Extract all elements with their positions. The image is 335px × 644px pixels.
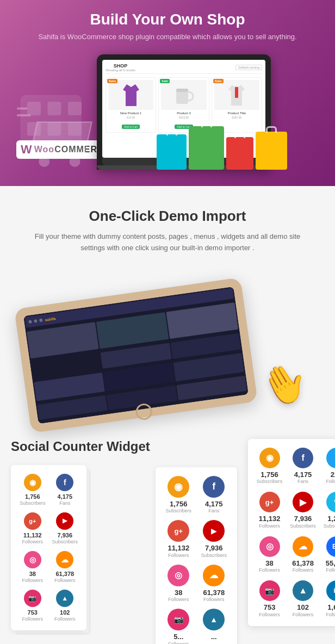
tablet-dot-1 <box>28 320 32 324</box>
ig-label-mid: Followers <box>168 641 189 644</box>
ig-count-sm: 753 <box>28 609 38 616</box>
ig-icon-lg: 📷 <box>259 580 280 601</box>
dr-icon-mid: ◎ <box>167 565 189 586</box>
social-item-ig-lg: 📷 753 Followers <box>257 580 283 617</box>
yt-icon-sm: ▶ <box>56 512 73 530</box>
bag-handle-3 <box>234 132 245 138</box>
ig-icon-mid: 📷 <box>167 609 189 630</box>
social-item-sc-mid: ☁ 61,378 Followers <box>200 565 228 603</box>
product-card-1: Sales New Product 1 €14.00 Add to Cart <box>106 77 156 133</box>
social-item-vi-lg: v 1,228 Subscribers <box>324 492 335 529</box>
social-item-sc-sm: ☁ 61,378 Followers <box>52 551 78 583</box>
wp-label-sm: Followers <box>54 616 76 622</box>
gp-count-lg: 11,132 <box>259 515 281 523</box>
yt-label-sm: Subscribers <box>52 539 78 544</box>
social-item-fb-mid: f 4,175 Fans <box>200 476 228 514</box>
ig-count-mid: 5... <box>173 633 183 641</box>
social-item-fb-sm: f 4,175 Fans <box>52 474 78 506</box>
gp-label-mid: Followers <box>168 553 189 558</box>
social-item-gp-mid: g+ 11,132 Followers <box>164 520 193 558</box>
tablet-dot-2 <box>34 319 38 323</box>
wp-count-lg: 102 <box>297 603 309 612</box>
fb-label-mid: Fans <box>208 508 219 513</box>
ig-label-sm: Followers <box>22 616 44 622</box>
svg-rect-3 <box>68 102 82 115</box>
social-item-yt-mid: ▶ 7,936 Subscribers <box>200 520 228 558</box>
fb-count-sm: 4,175 <box>58 493 73 500</box>
fb-icon-sm: f <box>56 474 73 491</box>
svg-point-7 <box>39 156 49 167</box>
bag-handle <box>166 129 177 135</box>
sweatshirt-icon <box>120 82 142 109</box>
tablet-logo: sahifa <box>45 316 56 321</box>
social-item-rss-sm: ◉ 1,756 Subscribers <box>20 474 46 506</box>
bag-green <box>189 126 224 170</box>
demo-description: Fill your theme with dummy content posts… <box>32 231 303 254</box>
ig-count-lg: 753 <box>264 603 276 612</box>
yt-label-lg: Subscribers <box>290 523 316 529</box>
product-badge-3: Sales <box>213 79 224 83</box>
gp-label-lg: Followers <box>259 523 280 529</box>
shop-showing-text: Showing all 6 results <box>106 69 135 72</box>
social-item-dr-sm: ◎ 38 Followers <box>20 551 46 583</box>
product-name-1: New Product 1 <box>108 112 153 115</box>
rss-icon-lg: ◉ <box>259 448 280 468</box>
product-name-2: Product 3 <box>161 112 206 115</box>
ig-label-lg: Followers <box>259 612 280 617</box>
tablet-wrapper: sahifa 🤚 <box>11 265 324 417</box>
vi-label-lg: Subscribers <box>324 523 335 529</box>
tablet-mockup: sahifa <box>14 277 258 433</box>
shop-title: Build Your Own Shop <box>11 11 324 28</box>
dr-icon-sm: ◎ <box>24 551 41 568</box>
tablet-cell-3 <box>166 302 238 339</box>
cart-svg <box>14 88 95 170</box>
shop-screen-title: SHOP <box>106 63 135 69</box>
dr-count-lg: 38 <box>265 559 273 568</box>
yt-icon-mid: ▶ <box>203 520 225 542</box>
social-item-wp-lg: ▲ 102 Followers <box>290 580 316 617</box>
social-item-fb-lg: f 4,175 Fans <box>290 448 316 485</box>
fb-count-lg: 4,175 <box>294 470 312 479</box>
svg-point-8 <box>70 156 80 167</box>
tablet-dot-3 <box>39 318 43 322</box>
shop-screen-header: SHOP Showing all 6 results Default sorti… <box>106 63 262 74</box>
social-item-rss-mid: ◉ 1,756 Subscribers <box>164 476 193 514</box>
yt-count-mid: 7,936 <box>205 544 223 553</box>
rss-icon-mid: ◉ <box>167 476 189 498</box>
product-price-3: €167.00 <box>214 116 259 119</box>
sc-label-sm: Followers <box>54 578 76 583</box>
product-card-3: Sales Product Title €167.00 <box>212 77 262 133</box>
tablet-cell-2 <box>96 312 169 349</box>
social-item-sc-lg: ☁ 61,378 Followers <box>290 536 316 573</box>
add-to-cart-btn-1[interactable]: Add to Cart <box>122 125 140 129</box>
svg-rect-1 <box>27 102 41 115</box>
sc-count-sm: 61,378 <box>55 571 74 578</box>
sc-label-mid: Followers <box>203 597 225 602</box>
fb-label-lg: Fans <box>297 479 308 484</box>
dr-label-lg: Followers <box>259 567 280 573</box>
sc-count-mid: 61,378 <box>203 589 225 597</box>
sc-count-lg: 61,378 <box>292 559 314 568</box>
ln-icon-lg: in <box>326 580 335 601</box>
yt-icon-lg: ▶ <box>293 492 313 512</box>
social-item-ig-mid: 📷 5... Followers <box>164 609 193 644</box>
ln-count-lg: 1,657 <box>327 603 335 612</box>
social-card-large: ◉ 1,756 Subscribers f 4,175 Fans t 229 F… <box>248 439 335 626</box>
social-item-dr-lg: ◎ 38 Followers <box>257 536 283 573</box>
rss-count-mid: 1,756 <box>170 500 188 509</box>
be-count-lg: 55,812 <box>326 559 335 568</box>
product-name-3: Product Title <box>214 112 259 115</box>
tablet-screen-inner: sahifa <box>23 287 249 424</box>
demo-section: One-Click Demo Import Fill your theme wi… <box>0 186 335 417</box>
social-card-mid: ◉ 1,756 Subscribers f 4,175 Fans g+ 11,1… <box>156 467 237 644</box>
svg-rect-12 <box>176 89 188 92</box>
gp-icon-mid: g+ <box>167 520 189 542</box>
tw-count-lg: 229 <box>331 470 335 479</box>
wp-icon-lg: ▲ <box>293 580 313 601</box>
social-item-dr-mid: ◎ 38 Followers <box>164 565 193 603</box>
social-card-small: ◉ 1,756 Subscribers f 4,175 Fans g+ 11,1… <box>11 465 86 631</box>
rss-label-sm: Subscribers <box>20 500 46 506</box>
bag-cyan <box>157 134 187 170</box>
wp-icon-mid: ▲ <box>203 609 225 630</box>
social-item-yt-lg: ▶ 7,936 Subscribers <box>290 492 316 529</box>
